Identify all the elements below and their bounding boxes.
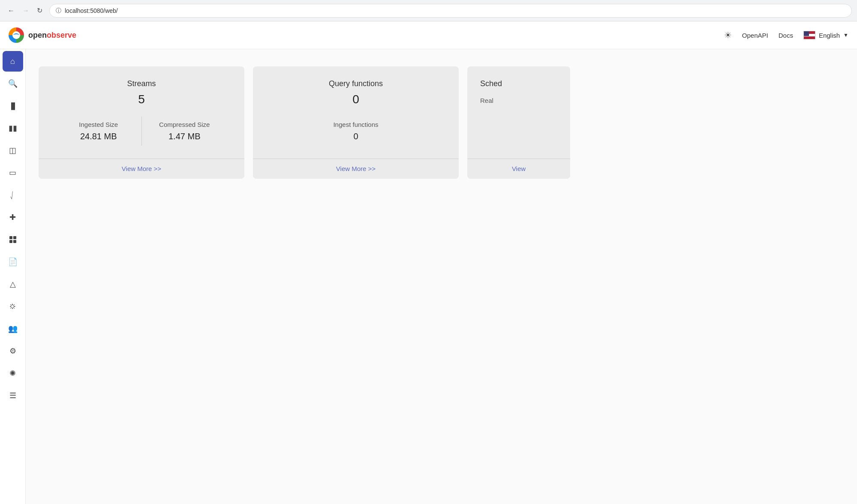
functions-card-title: Query functions	[270, 79, 442, 88]
functions-card-number: 0	[270, 93, 442, 106]
streams-ingested-value: 24.81 MB	[56, 132, 141, 141]
sidebar-item-apps[interactable]: ✚	[3, 207, 23, 228]
scheduled-stat-real: Real	[480, 93, 557, 112]
scheduled-card: Sched Real View	[467, 66, 570, 179]
sidebar-item-metrics[interactable]: ▮▮	[3, 118, 23, 138]
filter-icon: ⛭	[9, 302, 17, 311]
header-right: ☀ OpenAPI Docs English ▼	[724, 30, 848, 40]
sidebar-item-dashboards[interactable]: ◫	[3, 140, 23, 161]
functions-stat-ingest: Ingest functions 0	[270, 117, 442, 146]
chevron-down-icon: ▼	[843, 32, 848, 38]
sidebar-item-logs[interactable]: ▮	[3, 96, 23, 116]
scheduled-card-stats: Real	[480, 93, 557, 112]
logs-icon: ▮	[10, 100, 15, 111]
app-header: openobserve ☀ OpenAPI Docs English ▼	[0, 21, 857, 49]
metrics-icon: ▮▮	[9, 123, 17, 133]
sidebar-item-pipelines[interactable]	[3, 229, 23, 250]
logo-wave	[13, 33, 19, 37]
streams-card-title: Streams	[56, 79, 227, 88]
forward-button[interactable]: →	[20, 5, 32, 16]
docs-link[interactable]: Docs	[779, 32, 793, 39]
logo-text: openobserve	[28, 31, 76, 40]
sidebar-item-search[interactable]: 🔍	[3, 73, 23, 94]
functions-card-body: Query functions 0 Ingest functions 0	[253, 66, 459, 159]
browser-nav-buttons: ← → ↻	[5, 5, 45, 16]
pipelines-icon	[9, 236, 16, 243]
sidebar-item-settings[interactable]: ⚙	[3, 341, 23, 361]
apps-icon: ✚	[9, 213, 16, 222]
reload-button[interactable]: ↻	[34, 5, 45, 16]
flag-icon	[803, 31, 815, 39]
url-text: localhost:5080/web/	[65, 7, 845, 14]
functions-card-footer: View More >>	[253, 159, 459, 179]
address-bar[interactable]: ⓘ localhost:5080/web/	[49, 4, 852, 18]
scheduled-real-label: Real	[480, 97, 557, 104]
dashboard-icon: ◫	[9, 146, 16, 155]
share-icon: ⎷	[10, 191, 15, 200]
sidebar: ⌂ 🔍 ▮ ▮▮ ◫ ▭ ⎷ ✚	[0, 49, 26, 504]
sidebar-item-menu[interactable]: ☰	[3, 385, 23, 406]
sidebar-item-alerts[interactable]: △	[3, 274, 23, 294]
streams-card-footer: View More >>	[39, 159, 244, 179]
language-label: English	[819, 32, 840, 39]
streams-card: Streams 5 Ingested Size 24.81 MB Compres…	[39, 66, 244, 179]
cards-row: Streams 5 Ingested Size 24.81 MB Compres…	[39, 66, 844, 179]
logo[interactable]: openobserve	[9, 27, 76, 43]
sidebar-item-filter[interactable]: ⛭	[3, 296, 23, 317]
streams-stat-compressed: Compressed Size 1.47 MB	[142, 117, 228, 146]
streams-stat-ingested: Ingested Size 24.81 MB	[56, 117, 141, 146]
functions-view-more-button[interactable]: View More >>	[336, 165, 376, 172]
scheduled-view-more-button[interactable]: View	[512, 165, 526, 172]
streams-card-body: Streams 5 Ingested Size 24.81 MB Compres…	[39, 66, 244, 159]
main-content: Streams 5 Ingested Size 24.81 MB Compres…	[26, 49, 857, 504]
streams-card-stats: Ingested Size 24.81 MB Compressed Size 1…	[56, 117, 227, 146]
functions-card: Query functions 0 Ingest functions 0 Vie…	[253, 66, 459, 179]
browser-chrome: ← → ↻ ⓘ localhost:5080/web/	[0, 0, 857, 21]
sidebar-item-iam[interactable]: 👥	[3, 318, 23, 339]
search-icon: 🔍	[8, 79, 18, 88]
sidebar-item-reports[interactable]: 📄	[3, 252, 23, 272]
logo-icon	[9, 27, 24, 43]
streams-compressed-value: 1.47 MB	[142, 132, 228, 141]
menu-icon: ☰	[9, 391, 16, 400]
sidebar-item-integrations[interactable]: ✺	[3, 363, 23, 384]
sidebar-item-home[interactable]: ⌂	[3, 51, 23, 72]
scheduled-card-footer: View	[467, 159, 570, 179]
sidebar-item-streams[interactable]: ▭	[3, 162, 23, 183]
functions-card-stats: Ingest functions 0	[270, 117, 442, 146]
functions-ingest-value: 0	[270, 132, 442, 141]
logo-inner	[12, 31, 20, 39]
scheduled-card-body: Sched Real	[467, 66, 570, 159]
alerts-icon: △	[10, 279, 16, 289]
streams-view-more-button[interactable]: View More >>	[122, 165, 161, 172]
streams-ingested-label: Ingested Size	[56, 121, 141, 128]
settings-icon: ⚙	[9, 346, 16, 356]
streams-card-number: 5	[56, 93, 227, 106]
functions-ingest-label: Ingest functions	[270, 121, 442, 128]
streams-icon: ▭	[9, 168, 16, 177]
integrations-icon: ✺	[9, 369, 16, 378]
logo-open: open	[28, 31, 47, 39]
sidebar-item-share[interactable]: ⎷	[3, 185, 23, 205]
openapi-link[interactable]: OpenAPI	[742, 32, 768, 39]
reports-icon: 📄	[8, 257, 18, 267]
security-icon: ⓘ	[56, 7, 61, 15]
theme-toggle-button[interactable]: ☀	[724, 30, 732, 40]
logo-observe: observe	[47, 31, 76, 39]
scheduled-card-title: Sched	[480, 79, 557, 88]
language-selector[interactable]: English ▼	[803, 31, 848, 39]
iam-icon: 👥	[8, 324, 18, 333]
back-button[interactable]: ←	[5, 5, 17, 16]
streams-compressed-label: Compressed Size	[142, 121, 228, 128]
home-icon: ⌂	[10, 57, 15, 66]
app-body: ⌂ 🔍 ▮ ▮▮ ◫ ▭ ⎷ ✚	[0, 49, 857, 504]
